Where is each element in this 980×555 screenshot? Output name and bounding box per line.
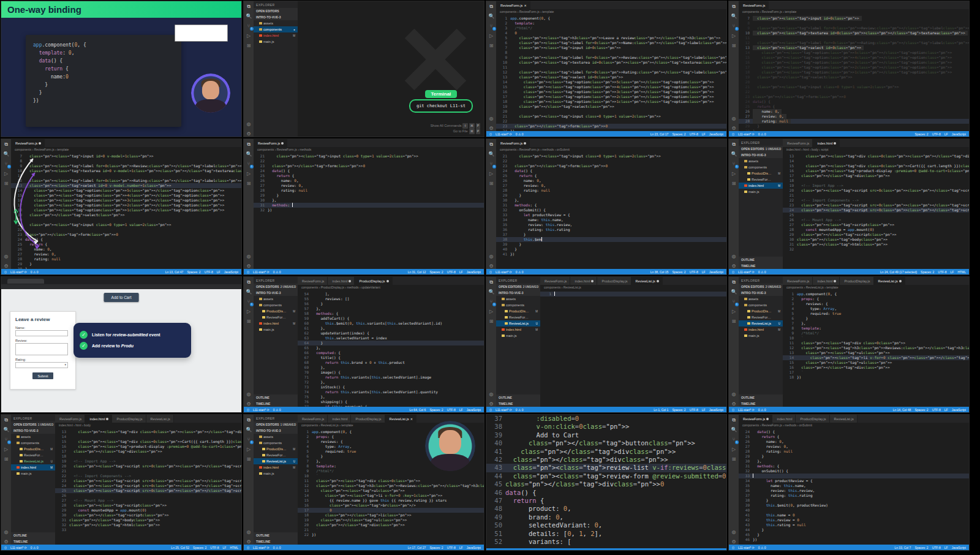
frame-7[interactable]: ⧉🔍⑂1▷⊞◍⚙ReviewForm.jscomponents › Review… <box>486 139 726 274</box>
tab-reviewform-js[interactable]: ReviewForm.js <box>783 277 813 285</box>
explorer-file-item[interactable]: ProductDis…M <box>254 446 298 452</box>
git-branch-label[interactable]: L11-start* ⟳ <box>253 270 270 274</box>
eol-setting[interactable]: LF <box>702 408 706 412</box>
language-mode[interactable]: JavaScript <box>952 132 966 136</box>
eol-setting[interactable]: LF <box>702 132 706 136</box>
language-mode[interactable]: JavaScript <box>467 270 481 274</box>
language-mode[interactable]: HTML <box>230 546 238 549</box>
explorer-file-item[interactable]: index.htmlM <box>254 320 298 327</box>
breadcrumb[interactable]: components › ReviewForm.js › template <box>496 9 726 16</box>
frame-5[interactable]: ⧉🔍⑂1▷⊞◍⚙ReviewForm.jscomponents › Review… <box>1 139 241 274</box>
explorer-section[interactable]: TIMELINE <box>254 538 298 545</box>
indent-setting[interactable]: Spaces: 2 <box>914 408 928 412</box>
debug-icon[interactable]: ▷ <box>731 447 737 452</box>
explorer-section[interactable]: INTRO-TO-VUE-3 <box>254 290 298 296</box>
tab-productdisplay-js[interactable]: ProductDisplay.js <box>840 277 873 285</box>
encoding[interactable]: UTF-8 <box>447 408 456 412</box>
settings-icon[interactable]: ⚙ <box>4 263 9 269</box>
breadcrumb[interactable]: components › ReviewForm.js › template <box>739 9 969 16</box>
frame-10[interactable]: ⧉🔍⑂1▷⊞◍⚙EXPLOREROPEN EDITORS2 UNSAVEDINT… <box>244 277 484 412</box>
explorer-section[interactable]: TIMELINE <box>11 538 55 545</box>
account-icon[interactable]: ◍ <box>246 121 252 127</box>
encoding[interactable]: UTF-8 <box>447 270 456 274</box>
frame-12[interactable]: ⧉🔍⑂1▷⊞◍⚙EXPLOREROPEN EDITORS2 UNSAVEDINT… <box>729 277 969 412</box>
explorer-file-item[interactable]: ReviewFor… <box>739 176 783 183</box>
tab-reviewlist-js[interactable]: ReviewList.js <box>631 277 663 285</box>
explorer-file-item[interactable]: components <box>11 440 55 446</box>
tab-index-html[interactable]: index.html <box>328 277 355 285</box>
cursor-position[interactable]: Ln 25, Col 52 <box>171 546 189 549</box>
problems-indicator[interactable]: 0 ⚠ 0 <box>758 546 766 549</box>
explorer-section[interactable]: OPEN EDITORS <box>254 8 298 14</box>
explorer-file-item[interactable]: main.js <box>11 470 55 477</box>
settings-icon[interactable]: ⚙ <box>246 539 252 545</box>
frame-9[interactable]: Add to CartLeave a reviewName:Review:Rat… <box>1 277 241 412</box>
files-icon[interactable]: ⧉ <box>4 417 9 423</box>
explorer-section[interactable]: TIMELINE <box>496 401 540 407</box>
language-mode[interactable]: JavaScript <box>467 546 481 549</box>
tab-reviewform-js[interactable]: ReviewForm.js <box>11 139 45 147</box>
indent-setting[interactable]: Spaces: 2 <box>914 546 928 549</box>
search-icon[interactable]: 🔍 <box>731 13 737 19</box>
extensions-icon[interactable]: ⊞ <box>4 456 9 462</box>
breadcrumb[interactable]: components › ReviewForm.js › methods <box>254 147 484 154</box>
tab-index-html[interactable]: index.html <box>570 277 597 285</box>
explorer-section[interactable]: OPEN EDITORS1 UNSAVED <box>254 421 298 428</box>
explorer-file-item[interactable]: components● <box>254 26 298 32</box>
debug-icon[interactable]: ▷ <box>246 309 252 314</box>
frame-13[interactable]: ⧉🔍⑂1▷⊞◍⚙EXPLOREROPEN EDITORS1 UNSAVEDINT… <box>1 415 241 550</box>
search-icon[interactable]: 🔍 <box>731 427 737 432</box>
tab-productdisplay-js[interactable]: ProductDisplay.js <box>112 415 146 423</box>
explorer-file-item[interactable]: ReviewList.jsU <box>496 320 540 327</box>
explorer-section[interactable]: INTRO-TO-VUE-3 <box>254 428 298 434</box>
explorer-section[interactable]: INTRO-TO-VUE-3 <box>739 290 783 296</box>
remote-indicator[interactable]: ⟨⟩ <box>489 408 492 412</box>
git-branch-label[interactable]: L11-start* ⟳ <box>738 132 755 136</box>
source-control-icon[interactable]: ⑂1 <box>246 23 252 29</box>
explorer-section[interactable]: OPEN EDITORS2 UNSAVED <box>739 284 783 290</box>
tab-reviewform-js[interactable]: ReviewForm.js <box>55 415 85 423</box>
language-mode[interactable]: JavaScript <box>709 270 723 274</box>
search-icon[interactable]: 🔍 <box>4 427 9 432</box>
debug-icon[interactable]: ▷ <box>4 447 9 452</box>
extensions-icon[interactable]: ⊞ <box>489 319 494 324</box>
explorer-file-item[interactable]: main.js <box>739 333 783 339</box>
source-control-icon[interactable]: ⑂1 <box>4 161 9 167</box>
source-control-icon[interactable]: ⑂1 <box>489 161 494 167</box>
eol-setting[interactable]: LF <box>459 408 463 412</box>
explorer-file-item[interactable]: ReviewFor… <box>739 314 783 320</box>
files-icon[interactable]: ⧉ <box>246 4 252 9</box>
explorer-section[interactable]: INTRO-TO-VUE-3 <box>496 290 540 296</box>
search-icon[interactable]: 🔍 <box>731 151 737 157</box>
browser-tab[interactable] <box>7 279 44 284</box>
breadcrumb[interactable]: components › ReviewForm.js › methods › o… <box>496 147 726 154</box>
explorer-file-item[interactable]: ProductDis…M <box>739 308 783 314</box>
explorer-file-item[interactable]: ProductDis…M <box>496 308 540 314</box>
account-icon[interactable]: ◍ <box>489 116 494 121</box>
eol-setting[interactable]: LF <box>459 546 463 549</box>
breadcrumb[interactable]: components › ReviewForm.js › methods › o… <box>739 423 969 429</box>
explorer-file-item[interactable]: ProductDis…M <box>11 446 55 452</box>
remote-indicator[interactable]: ⟨⟩ <box>732 408 734 412</box>
debug-icon[interactable]: ▷ <box>731 309 737 314</box>
remote-indicator[interactable]: ⟨⟩ <box>732 546 734 549</box>
debug-icon[interactable]: ▷ <box>489 171 494 176</box>
eol-setting[interactable]: LF <box>217 270 221 274</box>
search-icon[interactable]: 🔍 <box>246 151 252 157</box>
git-branch-label[interactable]: L11-start* ⟳ <box>10 546 27 549</box>
problems-indicator[interactable]: 0 ⚠ 0 <box>516 408 524 412</box>
breadcrumb[interactable]: components › ReviewList.js <box>540 285 726 292</box>
git-branch-label[interactable]: L11-start* ⟳ <box>738 546 755 549</box>
frame-14[interactable]: ⧉🔍⑂1▷⊞◍⚙EXPLOREROPEN EDITORS1 UNSAVEDINT… <box>244 415 484 550</box>
source-control-icon[interactable]: ⑂1 <box>731 299 737 304</box>
tab-index-html[interactable]: index.html <box>813 277 840 285</box>
explorer-section[interactable]: TIMELINE <box>739 263 783 269</box>
explorer-file-item[interactable]: ReviewFor… <box>496 314 540 320</box>
account-icon[interactable]: ◍ <box>731 529 737 535</box>
source-control-icon[interactable]: ⑂1 <box>731 23 737 29</box>
code-editor[interactable]: 1 <box>540 292 726 407</box>
code-editor[interactable]: 13 class="pn"><class="tag">div class=0cl… <box>783 154 969 269</box>
explorer-section[interactable]: TIMELINE <box>254 401 298 407</box>
tab-reviewlist-js[interactable]: ReviewList.js✕ <box>385 415 417 423</box>
encoding[interactable]: UTF-8 <box>447 546 456 549</box>
